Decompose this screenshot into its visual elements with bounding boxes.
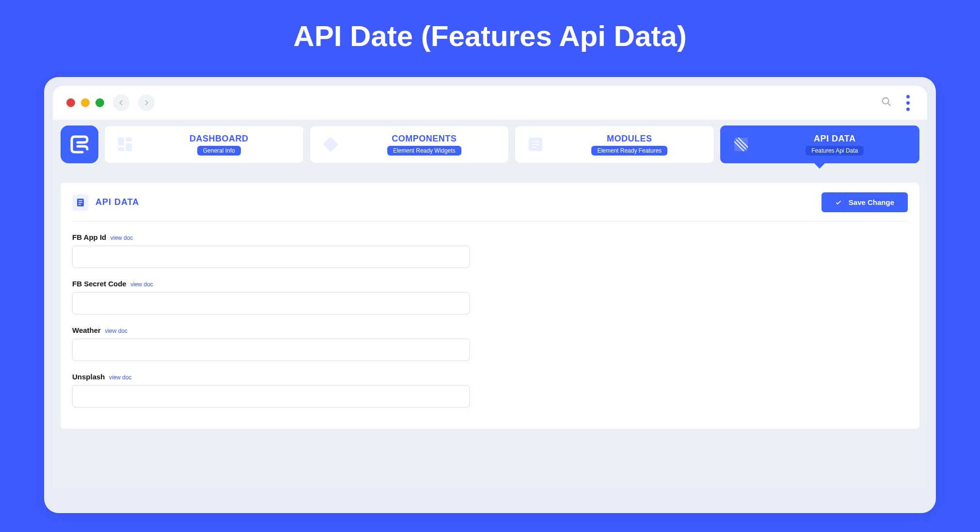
app-body: DASHBOARD General Info COMPONENTS Elemen… [53,120,927,488]
browser-titlebar [66,94,914,111]
dashboard-icon [113,133,137,156]
form-body: FB App Id view doc FB Secret Code view d… [72,221,470,407]
top-nav: DASHBOARD General Info COMPONENTS Elemen… [61,125,919,163]
window-close-button[interactable] [66,98,75,107]
nav-dashboard[interactable]: DASHBOARD General Info [104,125,304,163]
nav-title: COMPONENTS [392,134,457,144]
nav-title: API DATA [814,134,855,144]
page-heading: API Date (Features Api Data) [0,0,980,77]
nav-api-data[interactable]: API DATA Features Api Data [720,125,920,163]
view-doc-link[interactable]: view doc [109,374,132,381]
view-doc-link[interactable]: view doc [105,328,127,334]
api-data-icon [729,133,753,156]
document-icon [72,194,89,211]
window-minimize-button[interactable] [81,98,90,107]
back-button[interactable] [113,94,129,111]
nav-badge: General Info [197,146,241,156]
search-button[interactable] [881,96,892,109]
nav-badge: Element Ready Features [591,146,667,156]
field-label: FB App Id [72,233,106,241]
field-unsplash: Unsplash view doc [72,373,470,407]
save-label: Save Change [849,198,894,206]
app-logo[interactable] [61,125,98,163]
save-button[interactable]: Save Change [822,192,908,212]
nav-components[interactable]: COMPONENTS Element Ready Widgets [310,125,509,163]
window-maximize-button[interactable] [95,98,104,107]
logo-icon [68,133,91,156]
nav-title: DASHBOARD [190,134,249,144]
panel-header: API DATA Save Change [72,192,908,221]
view-doc-link[interactable]: view doc [111,235,133,241]
fb-secret-code-input[interactable] [72,292,470,314]
browser-frame: DASHBOARD General Info COMPONENTS Elemen… [44,77,936,513]
field-fb-app-id: FB App Id view doc [72,233,470,268]
field-label: Unsplash [72,373,105,381]
nav-modules[interactable]: MODULES Element Ready Features [515,125,714,163]
nav-badge: Element Ready Widgets [387,146,461,156]
modules-icon [524,133,547,156]
svg-point-0 [883,98,889,104]
nav-title: MODULES [607,134,652,144]
nav-badge: Features Api Data [806,146,864,156]
components-icon [319,133,342,156]
check-icon [835,199,842,206]
weather-input[interactable] [72,339,470,361]
search-icon [881,96,892,107]
unsplash-input[interactable] [72,385,470,407]
more-menu-button[interactable] [906,95,910,111]
browser-window: DASHBOARD General Info COMPONENTS Elemen… [53,86,927,488]
field-label: FB Secret Code [72,280,126,288]
fb-app-id-input[interactable] [72,246,470,268]
arrow-right-icon [143,99,150,106]
api-data-panel: API DATA Save Change FB App Id view doc … [61,183,919,429]
field-weather: Weather view doc [72,326,470,361]
panel-title: API DATA [95,197,139,207]
field-fb-secret-code: FB Secret Code view doc [72,280,470,314]
forward-button[interactable] [138,94,155,111]
arrow-left-icon [118,99,125,106]
view-doc-link[interactable]: view doc [130,281,153,288]
field-label: Weather [72,326,101,334]
